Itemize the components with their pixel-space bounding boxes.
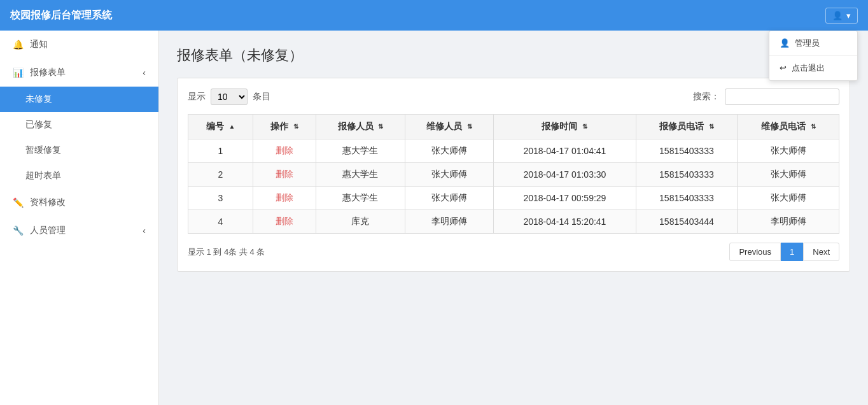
search-input[interactable] [725, 89, 839, 105]
sort-icon-reporter: ⇅ [378, 124, 383, 130]
cell-repairer-phone: 张大师傅 [738, 187, 839, 210]
col-reporter-phone: 报修员电话 ⇅ [636, 115, 738, 139]
col-repairer: 维修人员 ⇅ [405, 115, 494, 139]
cell-id: 4 [188, 210, 253, 234]
dropdown-logout[interactable]: ↩ 点击退出 [769, 56, 857, 80]
overdue-label: 超时表单 [25, 170, 61, 180]
table-controls-right: 搜索： [693, 89, 839, 105]
bell-icon: 🔔 [13, 39, 24, 50]
top-bar: 校园报修后台管理系统 👤 ▾ 👤 管理员 ↩ 点击退出 [0, 0, 868, 31]
sort-icon-repairer-phone: ⇅ [811, 124, 816, 130]
sidebar-group-user-left: 🔧 人员管理 [13, 225, 66, 236]
table-controls-left: 显示 10 25 50 100 条目 [188, 89, 270, 105]
table-row: 1 删除 惠大学生 张大师傅 2018-04-17 01:04:41 15815… [188, 139, 839, 163]
cell-reporter-phone: 15815403444 [636, 210, 738, 234]
notify-label: 通知 [30, 39, 48, 50]
page-title: 报修表单（未修复） [177, 46, 850, 65]
profile-label: 资料修改 [30, 197, 66, 208]
show-label: 显示 [188, 91, 206, 103]
sort-icon-time: ⇅ [582, 124, 587, 130]
table-row: 3 删除 惠大学生 张大师傅 2018-04-17 00:59:29 15815… [188, 187, 839, 210]
table-footer: 显示 1 到 4条 共 4 条 Previous 1 Next [188, 243, 839, 261]
table-header-row: 编号 ▲ 操作 ⇅ 报修人员 ⇅ 维修人员 ⇅ [188, 115, 839, 139]
sidebar-item-notify[interactable]: 🔔 通知 [0, 31, 158, 59]
chevron-left-icon: ‹ [143, 68, 146, 78]
cell-repairer-phone: 李明师傅 [738, 210, 839, 234]
sidebar-group-user-header[interactable]: 🔧 人员管理 ‹ [0, 217, 158, 245]
sidebar-group-user: 🔧 人员管理 ‹ [0, 217, 158, 245]
table-row: 2 删除 惠大学生 张大师傅 2018-04-17 01:03:30 15815… [188, 163, 839, 187]
edit-icon: ✏️ [13, 197, 24, 208]
cell-reporter-phone: 15815403333 [636, 139, 738, 163]
table-row: 4 删除 库克 李明师傅 2018-04-14 15:20:41 1581540… [188, 210, 839, 234]
chart-icon: 📊 [13, 68, 24, 78]
cell-reporter: 惠大学生 [316, 187, 405, 210]
sidebar-item-overdue[interactable]: 超时表单 [0, 163, 158, 188]
cell-repairer-phone: 张大师傅 [738, 139, 839, 163]
pagination-summary: 显示 1 到 4条 共 4 条 [188, 246, 265, 258]
unfixed-label: 未修复 [25, 94, 52, 104]
body: 🔔 通知 📊 报修表单 ‹ 未修复 已修复 [0, 31, 868, 405]
repair-group-label: 报修表单 [30, 67, 66, 78]
chevron-left-icon2: ‹ [143, 225, 146, 236]
sidebar-item-unfixed[interactable]: 未修复 [0, 87, 158, 112]
sidebar-item-paused[interactable]: 暂缓修复 [0, 138, 158, 163]
cell-reporter-phone: 15815403333 [636, 163, 738, 187]
cell-repairer: 张大师傅 [405, 163, 494, 187]
page-size-select[interactable]: 10 25 50 100 [211, 89, 248, 105]
sidebar-group-repair-header[interactable]: 📊 报修表单 ‹ [0, 59, 158, 87]
sort-icon-repairer: ⇅ [467, 124, 472, 130]
user-menu-button[interactable]: 👤 ▾ [825, 8, 858, 24]
sidebar: 🔔 通知 📊 报修表单 ‹ 未修复 已修复 [0, 31, 159, 405]
col-time: 报修时间 ⇅ [494, 115, 636, 139]
cell-time: 2018-04-17 00:59:29 [494, 187, 636, 210]
cell-reporter: 库克 [316, 210, 405, 234]
table-body: 1 删除 惠大学生 张大师傅 2018-04-17 01:04:41 15815… [188, 139, 839, 234]
cell-action: 删除 [253, 210, 316, 234]
sidebar-group-repair-left: 📊 报修表单 [13, 67, 66, 78]
cell-repairer: 李明师傅 [405, 210, 494, 234]
dropdown-admin[interactable]: 👤 管理员 [769, 31, 857, 55]
col-repairer-phone: 维修员电话 ⇅ [738, 115, 839, 139]
fixed-label: 已修复 [25, 119, 52, 129]
col-action: 操作 ⇅ [253, 115, 316, 139]
cell-action: 删除 [253, 187, 316, 210]
items-label: 条目 [253, 91, 270, 103]
cell-repairer: 张大师傅 [405, 139, 494, 163]
sort-icon-reporter-phone: ⇅ [709, 124, 714, 130]
table-card: 显示 10 25 50 100 条目 搜索： [177, 78, 850, 272]
pagination: Previous 1 Next [729, 243, 839, 261]
admin-icon: 👤 [780, 38, 790, 48]
delete-button[interactable]: 删除 [276, 192, 293, 202]
cell-time: 2018-04-14 15:20:41 [494, 210, 636, 234]
delete-button[interactable]: 删除 [276, 169, 293, 179]
page-1-button[interactable]: 1 [781, 243, 803, 261]
search-label: 搜索： [693, 91, 720, 103]
cell-id: 1 [188, 139, 253, 163]
cell-id: 2 [188, 163, 253, 187]
cell-reporter: 惠大学生 [316, 139, 405, 163]
cell-reporter-phone: 15815403333 [636, 187, 738, 210]
table-controls: 显示 10 25 50 100 条目 搜索： [188, 89, 839, 105]
main-content: 报修表单（未修复） 显示 10 25 50 100 条目 [159, 31, 868, 405]
user-menu-container: 👤 ▾ 👤 管理员 ↩ 点击退出 [825, 8, 858, 24]
sidebar-group-repair: 📊 报修表单 ‹ 未修复 已修复 暂缓修复 超 [0, 59, 158, 188]
user-mgmt-label: 人员管理 [30, 225, 66, 236]
logout-label: 点击退出 [792, 62, 825, 74]
admin-label: 管理员 [795, 38, 820, 49]
cell-time: 2018-04-17 01:04:41 [494, 139, 636, 163]
delete-button[interactable]: 删除 [276, 216, 293, 226]
cell-action: 删除 [253, 163, 316, 187]
dropdown-menu: 👤 管理员 ↩ 点击退出 [769, 31, 858, 81]
app-title: 校园报修后台管理系统 [10, 9, 112, 22]
logout-icon: ↩ [780, 63, 787, 73]
sidebar-item-profile[interactable]: ✏️ 资料修改 [0, 188, 158, 217]
sidebar-sub-repair: 未修复 已修复 暂缓修复 超时表单 [0, 87, 158, 188]
sidebar-item-fixed[interactable]: 已修复 [0, 112, 158, 138]
cell-repairer: 张大师傅 [405, 187, 494, 210]
delete-button[interactable]: 删除 [276, 145, 293, 155]
cell-action: 删除 [253, 139, 316, 163]
previous-button[interactable]: Previous [729, 243, 781, 261]
cell-reporter: 惠大学生 [316, 163, 405, 187]
next-button[interactable]: Next [803, 243, 839, 261]
